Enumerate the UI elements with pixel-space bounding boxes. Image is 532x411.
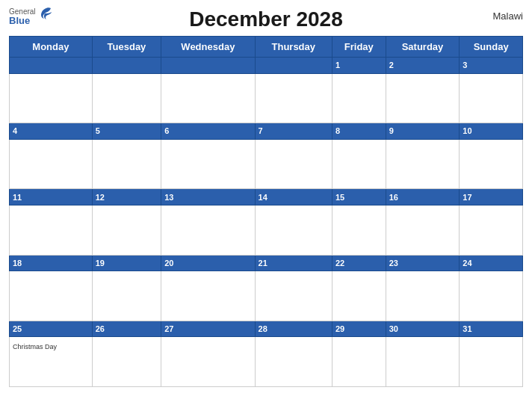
week-3-day-4-content (255, 205, 332, 255)
week-1-day-7-content (460, 73, 523, 123)
week-5-day-2-number: 26 (92, 321, 161, 337)
week-5-day-1-number: 25 (10, 321, 93, 337)
week-4-day-1-number: 18 (10, 255, 93, 271)
week-1-day-3-number (161, 58, 255, 74)
week-2-day-5-content (332, 139, 386, 189)
week-4-day-7-content (460, 271, 523, 321)
week-2-day-1-content (10, 139, 93, 189)
week-2-day-6-content (386, 139, 460, 189)
week-5-day-7-number: 31 (460, 321, 523, 337)
week-4-day-3-content (161, 271, 255, 321)
week-5-day-4-number: 28 (255, 321, 332, 337)
week-3-date-row: 11121314151617 (10, 189, 523, 206)
week-2-date-row: 45678910 (10, 123, 523, 140)
week-2-day-7-content (460, 139, 523, 189)
week-3-day-2-content (92, 205, 161, 255)
week-5-day-1-event: Christmas Day (13, 343, 57, 350)
week-5-day-2-content (92, 337, 161, 387)
week-1-day-6-content (386, 73, 460, 123)
week-2-day-1-number: 4 (10, 123, 93, 140)
week-2-day-3-number: 6 (161, 123, 255, 140)
week-1-day-1-number (10, 58, 93, 74)
week-1-day-2-number (92, 58, 161, 74)
week-5-day-7-content (460, 337, 523, 387)
week-4-content-row (10, 271, 523, 321)
week-3-day-6-number: 16 (386, 189, 460, 206)
week-2-day-4-number: 7 (255, 123, 332, 140)
week-1-day-4-content (255, 73, 332, 123)
header-sunday: Sunday (460, 37, 523, 58)
week-3-day-6-content (386, 205, 460, 255)
week-4-day-7-number: 24 (460, 255, 523, 271)
week-2-day-2-content (92, 139, 161, 189)
week-1-content-row (10, 73, 523, 123)
week-4-day-5-number: 22 (332, 255, 386, 271)
week-5-date-row: 25262728293031 (10, 321, 523, 337)
week-3-day-4-number: 14 (255, 189, 332, 206)
calendar-header: General Blue December 2028 Malawi (9, 7, 523, 31)
week-5-day-3-content (161, 337, 255, 387)
week-1-day-2-content (92, 73, 161, 123)
week-5-day-5-content (332, 337, 386, 387)
week-3-content-row (10, 205, 523, 255)
week-4-day-6-content (386, 271, 460, 321)
week-5-day-6-content (386, 337, 460, 387)
week-1-day-5-number: 1 (332, 58, 386, 74)
calendar-country: Malawi (493, 10, 523, 22)
week-3-day-1-content (10, 205, 93, 255)
logo-bird-icon (37, 6, 54, 22)
week-1-day-5-content (332, 73, 386, 123)
week-5-day-1-content: Christmas Day (10, 337, 93, 387)
week-3-day-7-content (460, 205, 523, 255)
week-1-day-6-number: 2 (386, 58, 460, 74)
week-3-day-3-content (161, 205, 255, 255)
header-monday: Monday (10, 37, 93, 58)
week-1-day-4-number (255, 58, 332, 74)
week-2-day-6-number: 9 (386, 123, 460, 140)
week-4-day-3-number: 20 (161, 255, 255, 271)
week-3-day-2-number: 12 (92, 189, 161, 206)
week-4-day-6-number: 23 (386, 255, 460, 271)
week-3-day-1-number: 11 (10, 189, 93, 206)
week-3-day-5-content (332, 205, 386, 255)
week-3-day-3-number: 13 (161, 189, 255, 206)
week-4-day-2-number: 19 (92, 255, 161, 271)
week-4-day-1-content (10, 271, 93, 321)
header-row: Monday Tuesday Wednesday Thursday Friday… (10, 37, 523, 58)
week-4-date-row: 18192021222324 (10, 255, 523, 271)
week-5-content-row: Christmas Day (10, 337, 523, 387)
week-1-day-3-content (161, 73, 255, 123)
week-2-day-2-number: 5 (92, 123, 161, 140)
week-4-day-5-content (332, 271, 386, 321)
week-2-day-5-number: 8 (332, 123, 386, 140)
week-3-day-5-number: 15 (332, 189, 386, 206)
week-1-day-1-content (10, 73, 93, 123)
logo: General Blue (9, 7, 61, 26)
week-2-day-3-content (161, 139, 255, 189)
week-5-day-4-content (255, 337, 332, 387)
header-thursday: Thursday (255, 37, 332, 58)
week-2-day-4-content (255, 139, 332, 189)
week-4-day-4-number: 21 (255, 255, 332, 271)
week-1-day-7-number: 3 (460, 58, 523, 74)
week-4-day-2-content (92, 271, 161, 321)
week-2-day-7-number: 10 (460, 123, 523, 140)
calendar-table: Monday Tuesday Wednesday Thursday Friday… (9, 36, 523, 387)
week-4-day-4-content (255, 271, 332, 321)
calendar-container: General Blue December 2028 Malawi Monday… (0, 0, 532, 411)
header-friday: Friday (332, 37, 386, 58)
week-1-date-row: 123 (10, 58, 523, 74)
logo-blue-text: Blue (9, 16, 30, 26)
calendar-title: December 2028 (189, 7, 342, 31)
week-2-content-row (10, 139, 523, 189)
header-saturday: Saturday (386, 37, 460, 58)
week-5-day-3-number: 27 (161, 321, 255, 337)
header-tuesday: Tuesday (92, 37, 161, 58)
week-3-day-7-number: 17 (460, 189, 523, 206)
week-5-day-6-number: 30 (386, 321, 460, 337)
week-5-day-5-number: 29 (332, 321, 386, 337)
header-wednesday: Wednesday (161, 37, 255, 58)
